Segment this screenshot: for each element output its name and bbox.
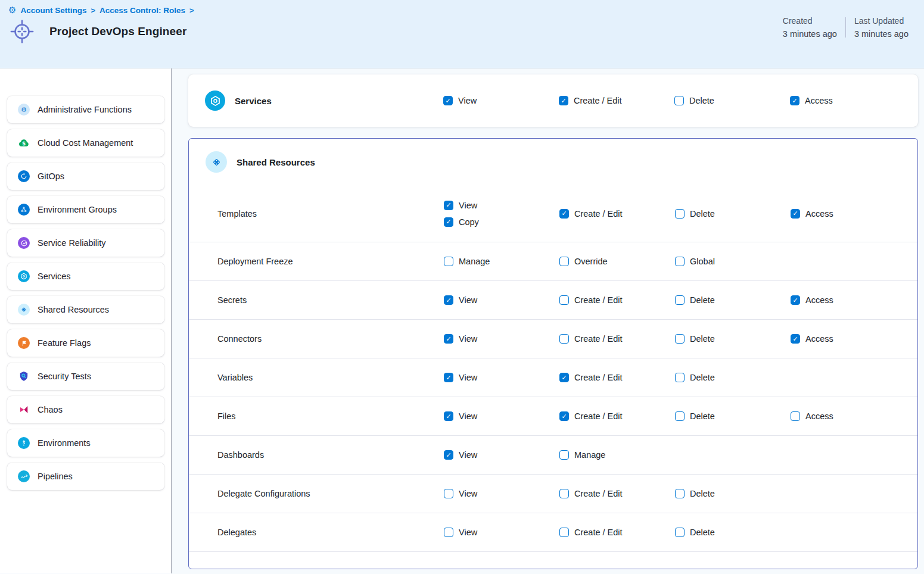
checkbox-delegates-delete[interactable] [675,528,685,537]
checkbox-variables-delete[interactable] [675,373,685,382]
breadcrumb: ⚙ Account Settings > Access Control: Rol… [8,6,916,15]
checkbox-deployment-freeze-global[interactable] [675,257,685,266]
checkbox-delegate-configurations-create-edit[interactable] [559,489,569,498]
breadcrumb-separator: > [189,6,194,15]
checkbox-files-view[interactable] [444,411,453,421]
sidebar-item-feature-flags[interactable]: Feature Flags [7,329,164,357]
permission-column: Create / Edit [559,295,675,305]
checkbox-dashboards-manage[interactable] [559,450,569,460]
permission-label: Delete [690,489,715,498]
checkbox-files-delete[interactable] [675,411,685,421]
checkbox-deployment-freeze-manage[interactable] [444,257,453,266]
permission-label: Delete [690,295,715,305]
permission-dashboards-view: View [444,450,559,460]
checkbox-connectors-access[interactable] [791,334,800,344]
permission-templates-delete: Delete [675,209,791,219]
permission-column: Global [675,257,791,266]
permission-label: Create / Edit [574,209,623,219]
sidebar-item-services[interactable]: Services [7,263,164,290]
permission-label: Override [574,257,608,266]
checkbox-services-access[interactable] [790,96,799,105]
resource-row-label: Delegates [217,528,444,537]
checkbox-delegates-create-edit[interactable] [559,528,569,537]
resource-row-label: Secrets [217,295,444,305]
permission-variables-create-edit: Create / Edit [559,373,675,382]
permission-label: View [458,96,477,105]
checkbox-files-create-edit[interactable] [559,411,569,421]
permission-label: Delete [690,373,715,382]
permission-column: View [444,373,559,382]
permission-delegates-create-edit: Create / Edit [559,528,675,537]
breadcrumb-account-settings[interactable]: Account Settings [20,6,86,15]
shared-resources-rows: TemplatesViewCopyCreate / EditDeleteAcce… [189,185,917,552]
permission-files-delete: Delete [675,411,791,421]
permission-files-view: View [444,411,559,421]
sidebar-item-cloud-cost-management[interactable]: $Cloud Cost Management [7,129,164,157]
permission-label: View [459,528,477,537]
resource-row-dashboards: DashboardsViewManage [189,436,917,475]
checkbox-delegate-configurations-view[interactable] [444,489,453,498]
panel-title: Shared Resources [237,157,315,167]
sidebar-item-label: Shared Resources [38,305,109,314]
sidebar-item-security-tests[interactable]: Security Tests [7,363,164,390]
svg-text:$: $ [22,141,26,146]
permission-connectors-delete: Delete [675,334,791,344]
checkbox-templates-access[interactable] [791,209,800,219]
checkbox-dashboards-view[interactable] [444,450,453,460]
permission-delegates-view: View [444,528,559,537]
checkbox-secrets-view[interactable] [444,295,453,305]
panel-shared-resources-head: Shared Resources [189,139,917,185]
sidebar-item-label: Service Reliability [38,238,105,248]
permission-deployment-freeze-manage: Manage [444,257,559,266]
checkbox-variables-view[interactable] [444,373,453,382]
checkbox-connectors-delete[interactable] [675,334,685,344]
permission-connectors-view: View [444,334,559,344]
permission-column: Delete [675,209,791,219]
permission-templates-view: View [444,201,559,210]
checkbox-services-view[interactable] [443,96,453,105]
checkbox-deployment-freeze-override[interactable] [559,257,569,266]
sidebar-item-gitops[interactable]: GitOps [7,163,164,190]
permission-label: Delete [690,209,715,219]
checkbox-services-delete[interactable] [674,96,684,105]
checkbox-templates-copy[interactable] [444,217,453,227]
checkbox-files-access[interactable] [791,411,800,421]
checkbox-secrets-delete[interactable] [675,295,685,305]
shared-resources-icon [206,151,227,173]
checkbox-delegate-configurations-delete[interactable] [675,489,685,498]
breadcrumb-access-control-roles[interactable]: Access Control: Roles [99,6,185,15]
permission-column: Manage [444,257,559,266]
checkbox-variables-create-edit[interactable] [559,373,569,382]
resource-row-connectors: ConnectorsViewCreate / EditDeleteAccess [189,320,917,358]
panel-shared-resources: Shared Resources TemplatesViewCopyCreate… [188,138,918,569]
sidebar-item-shared-resources[interactable]: Shared Resources [7,296,164,323]
environments-icon [18,437,30,449]
checkbox-connectors-create-edit[interactable] [559,334,569,344]
permission-delegate-configurations-view: View [444,489,559,498]
checkbox-delegates-view[interactable] [444,528,453,537]
checkbox-templates-create-edit[interactable] [559,209,569,219]
checkbox-templates-view[interactable] [444,201,453,210]
sidebar-item-chaos[interactable]: Chaos [7,396,164,423]
checkbox-services-create-edit[interactable] [559,96,568,105]
role-target-icon [10,19,35,44]
permission-connectors-access: Access [791,334,906,344]
sidebar-item-service-reliability[interactable]: Service Reliability [7,229,164,257]
checkbox-templates-delete[interactable] [675,209,685,219]
permission-delegates-delete: Delete [675,528,791,537]
sidebar-item-administrative-functions[interactable]: ⚙Administrative Functions [7,96,164,123]
sidebar-item-pipelines[interactable]: Pipelines [7,463,164,490]
permission-column: Access [791,334,906,344]
permission-templates-create-edit: Create / Edit [559,209,675,219]
sidebar-item-environment-groups[interactable]: Environment Groups [7,196,164,223]
checkbox-secrets-create-edit[interactable] [559,295,569,305]
checkbox-connectors-view[interactable] [444,334,453,344]
permission-column: Delete [675,528,791,537]
permission-delegate-configurations-delete: Delete [675,489,791,498]
permission-column: Create / Edit [559,334,675,344]
checkbox-secrets-access[interactable] [791,295,800,305]
sidebar-item-environments[interactable]: Environments [7,429,164,457]
permission-label: Access [805,334,833,344]
service-reliability-icon [18,237,30,249]
permission-label: View [459,295,477,305]
